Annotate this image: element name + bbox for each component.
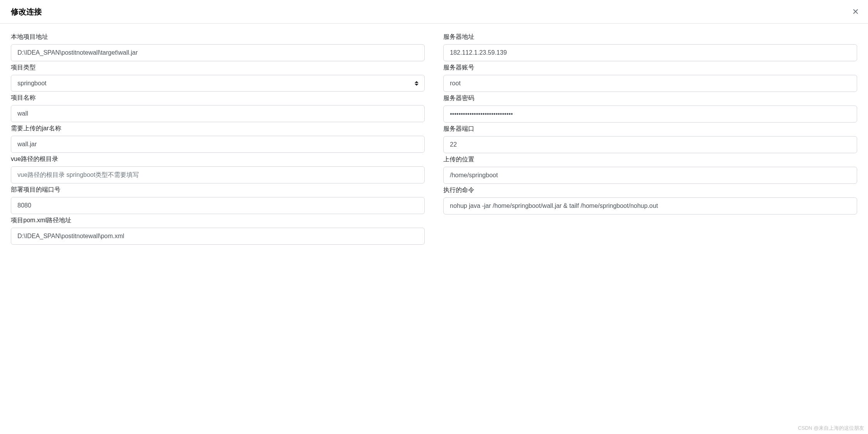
- input-project-name[interactable]: [11, 105, 425, 122]
- input-pom-path[interactable]: [11, 228, 425, 245]
- field-vue-root: vue路径的根目录: [11, 155, 425, 183]
- field-server-password: 服务器密码: [443, 94, 857, 123]
- label-project-type: 项目类型: [11, 64, 425, 72]
- select-project-type[interactable]: springboot: [11, 75, 425, 92]
- input-server-password[interactable]: [443, 105, 857, 123]
- label-server-addr: 服务器地址: [443, 33, 857, 41]
- field-project-name: 项目名称: [11, 94, 425, 122]
- label-server-user: 服务器账号: [443, 64, 857, 72]
- field-exec-cmd: 执行的命令: [443, 186, 857, 214]
- field-server-addr: 服务器地址: [443, 33, 857, 61]
- close-button[interactable]: ×: [852, 6, 859, 17]
- field-upload-path: 上传的位置: [443, 156, 857, 184]
- label-project-name: 项目名称: [11, 94, 425, 102]
- field-deploy-port: 部署项目的端口号: [11, 186, 425, 214]
- label-exec-cmd: 执行的命令: [443, 186, 857, 194]
- field-jar-name: 需要上传的jar名称: [11, 124, 425, 153]
- label-local-path: 本地项目地址: [11, 33, 425, 41]
- input-server-addr[interactable]: [443, 44, 857, 61]
- input-deploy-port[interactable]: [11, 197, 425, 214]
- label-pom-path: 项目pom.xml路径地址: [11, 216, 425, 225]
- input-server-port[interactable]: [443, 136, 857, 153]
- input-exec-cmd[interactable]: [443, 197, 857, 214]
- form-row: 本地项目地址 项目类型 springboot 项目名称: [11, 33, 857, 245]
- input-server-user[interactable]: [443, 75, 857, 92]
- label-upload-path: 上传的位置: [443, 156, 857, 164]
- field-local-path: 本地项目地址: [11, 33, 425, 61]
- input-upload-path[interactable]: [443, 167, 857, 184]
- label-jar-name: 需要上传的jar名称: [11, 124, 425, 133]
- close-icon: ×: [852, 5, 859, 17]
- input-jar-name[interactable]: [11, 136, 425, 153]
- modal-title: 修改连接: [11, 7, 42, 17]
- input-vue-root[interactable]: [11, 166, 425, 183]
- modal-header: 修改连接 ×: [0, 0, 868, 24]
- field-project-type: 项目类型 springboot: [11, 64, 425, 92]
- input-local-path[interactable]: [11, 44, 425, 61]
- field-server-user: 服务器账号: [443, 64, 857, 92]
- modal-body: 本地项目地址 项目类型 springboot 项目名称: [0, 24, 868, 254]
- label-server-port: 服务器端口: [443, 125, 857, 133]
- label-vue-root: vue路径的根目录: [11, 155, 425, 163]
- field-server-port: 服务器端口: [443, 125, 857, 153]
- label-deploy-port: 部署项目的端口号: [11, 186, 425, 194]
- label-server-password: 服务器密码: [443, 94, 857, 102]
- select-wrapper-project-type: springboot: [11, 75, 425, 92]
- form-col-right: 服务器地址 服务器账号 服务器密码 服务器端口 上传的位置 执行的命令: [443, 33, 857, 245]
- form-col-left: 本地项目地址 项目类型 springboot 项目名称: [11, 33, 425, 245]
- field-pom-path: 项目pom.xml路径地址: [11, 216, 425, 245]
